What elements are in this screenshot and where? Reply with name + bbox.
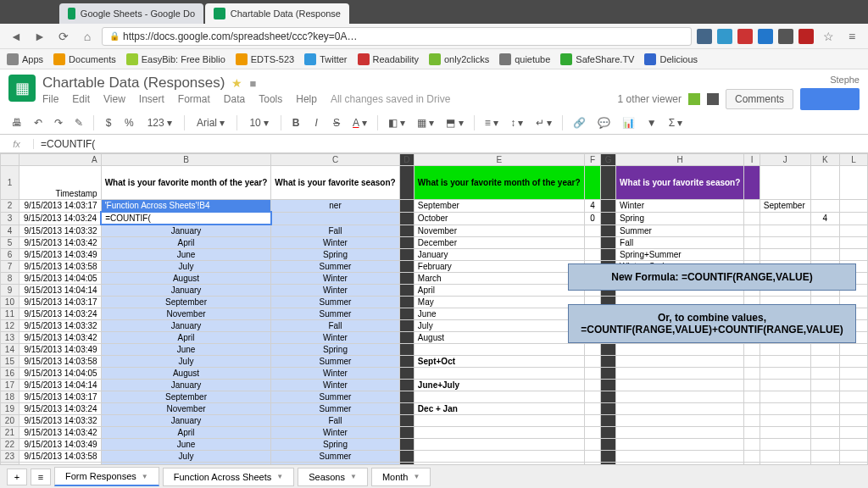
cell[interactable]	[810, 200, 839, 213]
cell[interactable]	[414, 415, 584, 427]
column-header[interactable]: H	[616, 154, 744, 166]
cell[interactable]: January	[414, 249, 584, 261]
cell[interactable]	[839, 166, 867, 200]
cell[interactable]	[810, 225, 839, 237]
cell[interactable]: ner	[271, 200, 399, 213]
align-button[interactable]: ≡ ▾	[481, 115, 502, 130]
row-header[interactable]: 13	[1, 332, 19, 344]
cell[interactable]: Winter	[271, 332, 399, 344]
cell[interactable]	[839, 237, 867, 249]
cell[interactable]	[839, 200, 867, 213]
cell[interactable]: Winter	[271, 427, 399, 439]
cell[interactable]	[744, 225, 760, 237]
cell[interactable]: September	[414, 200, 584, 213]
paint-format-button[interactable]: ✎	[71, 115, 86, 130]
cell[interactable]	[584, 237, 601, 249]
cell[interactable]: 9/15/2013 14:03:24	[19, 308, 101, 320]
row-header[interactable]: 2	[1, 200, 19, 213]
cell[interactable]: 9/15/2013 14:04:05	[19, 368, 101, 380]
column-header[interactable]: A	[19, 154, 101, 166]
cell[interactable]	[399, 285, 414, 297]
cell[interactable]: 9/15/2013 14:03:42	[19, 427, 101, 439]
cell[interactable]: June	[101, 439, 271, 451]
cell[interactable]	[744, 439, 760, 451]
cell[interactable]: Timestamp	[19, 166, 101, 200]
cell[interactable]	[399, 200, 414, 213]
strike-button[interactable]: S	[329, 115, 344, 130]
insert-comment-button[interactable]: 💬	[594, 115, 614, 130]
cell[interactable]	[584, 368, 601, 380]
cell[interactable]: 9/15/2013 14:04:14	[19, 380, 101, 391]
cell[interactable]: April	[101, 237, 271, 249]
cell[interactable]: Summer	[271, 403, 399, 415]
cell[interactable]: 9/15/2013 14:04:05	[19, 273, 101, 285]
insert-link-button[interactable]: 🔗	[570, 115, 589, 130]
cell[interactable]: November	[101, 403, 271, 415]
cell[interactable]: Dec + Jan	[414, 403, 584, 415]
cell[interactable]: August	[414, 332, 584, 344]
merge-button[interactable]: ⬒ ▾	[442, 115, 466, 130]
cell[interactable]	[810, 427, 839, 439]
bookmark-item[interactable]: EasyBib: Free Biblio	[126, 53, 225, 65]
cell[interactable]: April	[414, 285, 584, 297]
font-size-select[interactable]: 10 ▾	[244, 115, 274, 130]
cell[interactable]	[399, 356, 414, 368]
cell[interactable]	[584, 380, 601, 391]
menu-view[interactable]: View	[103, 93, 125, 105]
browser-tab[interactable]: Google Sheets - Google Do	[59, 3, 203, 24]
cell[interactable]	[839, 451, 867, 463]
bookmark-item[interactable]: Twitter	[304, 53, 347, 65]
bookmark-item[interactable]: quietube	[499, 53, 550, 65]
cell[interactable]: October	[414, 212, 584, 225]
cell[interactable]	[760, 403, 810, 415]
cell[interactable]: 4	[584, 200, 601, 213]
cell[interactable]: September	[101, 297, 271, 308]
cell[interactable]	[399, 415, 414, 427]
cell[interactable]	[810, 249, 839, 261]
column-header[interactable]: B	[101, 154, 271, 166]
cell[interactable]	[744, 249, 760, 261]
cell[interactable]	[760, 356, 810, 368]
cell[interactable]	[760, 368, 810, 380]
menu-help[interactable]: Help	[296, 93, 317, 105]
cell[interactable]	[760, 439, 810, 451]
cell[interactable]	[744, 415, 760, 427]
cell[interactable]: 9/15/2013 14:03:58	[19, 261, 101, 273]
cell[interactable]: July	[101, 261, 271, 273]
cell[interactable]: 9/15/2013 14:03:42	[19, 237, 101, 249]
cell[interactable]: 9/15/2013 14:03:32	[19, 415, 101, 427]
row-header[interactable]: 22	[1, 439, 19, 451]
cell[interactable]: Fall	[271, 415, 399, 427]
cell[interactable]: Spring+Summer	[616, 249, 744, 261]
cell[interactable]: Spring	[271, 249, 399, 261]
cell[interactable]	[839, 415, 867, 427]
column-header[interactable]: F	[584, 154, 601, 166]
cell[interactable]: Fall	[271, 225, 399, 237]
cell[interactable]	[760, 380, 810, 391]
cell[interactable]	[616, 356, 744, 368]
cell[interactable]	[839, 391, 867, 403]
row-header[interactable]: 12	[1, 320, 19, 332]
cell[interactable]	[744, 451, 760, 463]
cell[interactable]: Spring	[271, 344, 399, 356]
cell[interactable]	[839, 380, 867, 391]
cell[interactable]: 9/15/2013 14:03:32	[19, 320, 101, 332]
cell[interactable]	[744, 200, 760, 213]
cell[interactable]	[399, 403, 414, 415]
cell[interactable]: Winter	[271, 285, 399, 297]
menu-edit[interactable]: Edit	[72, 93, 90, 105]
forward-button[interactable]: ►	[31, 27, 49, 46]
borders-button[interactable]: ▦ ▾	[414, 115, 437, 130]
cell[interactable]	[810, 451, 839, 463]
cell[interactable]: January	[101, 380, 271, 391]
cell[interactable]	[760, 237, 810, 249]
cell[interactable]	[760, 344, 810, 356]
row-header[interactable]: 3	[1, 212, 19, 225]
cell[interactable]: 0	[584, 212, 601, 225]
cell[interactable]: September	[101, 391, 271, 403]
cell[interactable]	[760, 391, 810, 403]
cell[interactable]	[414, 391, 584, 403]
cell[interactable]	[414, 427, 584, 439]
share-button[interactable]	[800, 88, 860, 110]
extension-icon[interactable]	[778, 29, 793, 44]
